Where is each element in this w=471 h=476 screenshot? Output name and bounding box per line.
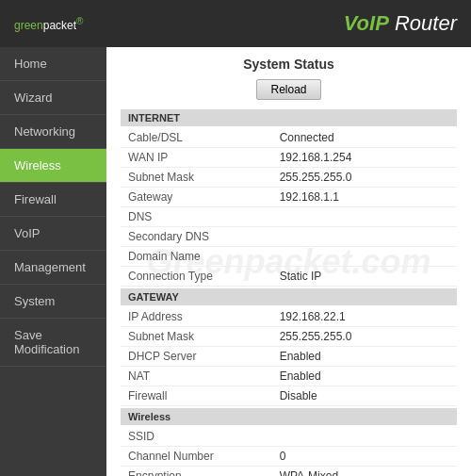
sidebar-item-wizard[interactable]: Wizard (0, 81, 106, 115)
table-row: WAN IP192.168.1.254 (121, 148, 457, 168)
sections-container: INTERNETCable/DSLConnectedWAN IP192.168.… (121, 109, 457, 476)
table-row: IP Address192.168.22.1 (121, 307, 457, 327)
row-label: IP Address (121, 307, 272, 327)
row-value: 192.168.1.1 (272, 188, 457, 207)
table-row: FirewallDisable (121, 386, 457, 406)
router-label: Router (389, 11, 457, 35)
row-value: WPA-Mixed (272, 467, 457, 477)
sidebar-item-system[interactable]: System (0, 285, 106, 319)
row-value: Disable (272, 386, 457, 406)
row-value: 192.168.1.254 (272, 148, 457, 168)
sidebar-item-management[interactable]: Management (0, 251, 106, 285)
row-value (272, 247, 457, 267)
logo-white: packet (43, 19, 76, 32)
row-value: 0 (272, 447, 457, 467)
row-label: Gateway (121, 188, 272, 207)
row-label: NAT (121, 367, 272, 386)
page-title: System Status (121, 57, 457, 72)
logo-text: greenpacket® (14, 16, 83, 32)
row-value: Connected (272, 128, 457, 148)
sidebar: HomeWizardNetworkingWirelessFirewallVoIP… (0, 47, 106, 476)
section-header-1: GATEWAY (121, 288, 457, 305)
row-label: WAN IP (121, 148, 272, 168)
voip-label: VoIP (344, 11, 389, 35)
row-value: Enabled (272, 347, 457, 367)
row-label: Encryption (121, 467, 272, 477)
row-value (272, 427, 457, 447)
table-row: DNS (121, 207, 457, 227)
table-row: NATEnabled (121, 367, 457, 386)
row-value: 255.255.255.0 (272, 327, 457, 347)
logo-green: green (14, 19, 43, 32)
info-table-0: Cable/DSLConnectedWAN IP192.168.1.254Sub… (121, 128, 457, 287)
main-content: Greenpacket.com System Status Reload INT… (106, 47, 471, 476)
table-row: Domain Name (121, 247, 457, 267)
table-row: EncryptionWPA-Mixed (121, 467, 457, 477)
row-label: Cable/DSL (121, 128, 272, 148)
content-area: System Status Reload INTERNETCable/DSLCo… (106, 47, 471, 476)
row-value: Static IP (272, 267, 457, 287)
table-row: Secondary DNS (121, 227, 457, 247)
row-value (272, 207, 457, 227)
row-label: Secondary DNS (121, 227, 272, 247)
row-label: SSID (121, 427, 272, 447)
table-row: Gateway192.168.1.1 (121, 188, 457, 207)
info-table-1: IP Address192.168.22.1Subnet Mask255.255… (121, 307, 457, 406)
sidebar-item-networking[interactable]: Networking (0, 115, 106, 149)
row-label: DHCP Server (121, 347, 272, 367)
section-header-0: INTERNET (121, 109, 457, 126)
table-row: Cable/DSLConnected (121, 128, 457, 148)
table-row: Subnet Mask255.255.255.0 (121, 327, 457, 347)
layout: HomeWizardNetworkingWirelessFirewallVoIP… (0, 47, 471, 476)
info-table-2: SSIDChannel Number0EncryptionWPA-Mixed (121, 427, 457, 476)
row-value: 192.168.22.1 (272, 307, 457, 327)
row-label: Firewall (121, 386, 272, 406)
row-value: Enabled (272, 367, 457, 386)
reload-wrapper: Reload (121, 79, 457, 100)
table-row: SSID (121, 427, 457, 447)
logo-dot: ® (76, 16, 83, 26)
voip-router-title: VoIP Router (344, 11, 457, 36)
row-label: DNS (121, 207, 272, 227)
table-row: Subnet Mask255.255.255.0 (121, 168, 457, 188)
section-header-2: Wireless (121, 408, 457, 425)
row-label: Connection Type (121, 267, 272, 287)
row-value: 255.255.255.0 (272, 168, 457, 188)
sidebar-item-voip[interactable]: VoIP (0, 217, 106, 251)
sidebar-item-firewall[interactable]: Firewall (0, 183, 106, 217)
table-row: DHCP ServerEnabled (121, 347, 457, 367)
logo: greenpacket® (14, 16, 83, 32)
row-value (272, 227, 457, 247)
table-row: Channel Number0 (121, 447, 457, 467)
sidebar-item-wireless[interactable]: Wireless (0, 149, 106, 183)
table-row: Connection TypeStatic IP (121, 267, 457, 287)
sidebar-item-home[interactable]: Home (0, 47, 106, 81)
reload-button[interactable]: Reload (256, 79, 320, 100)
row-label: Domain Name (121, 247, 272, 267)
row-label: Channel Number (121, 447, 272, 467)
sidebar-item-save-modification[interactable]: Save Modification (0, 319, 106, 367)
row-label: Subnet Mask (121, 168, 272, 188)
row-label: Subnet Mask (121, 327, 272, 347)
header: greenpacket® VoIP Router (0, 0, 471, 47)
